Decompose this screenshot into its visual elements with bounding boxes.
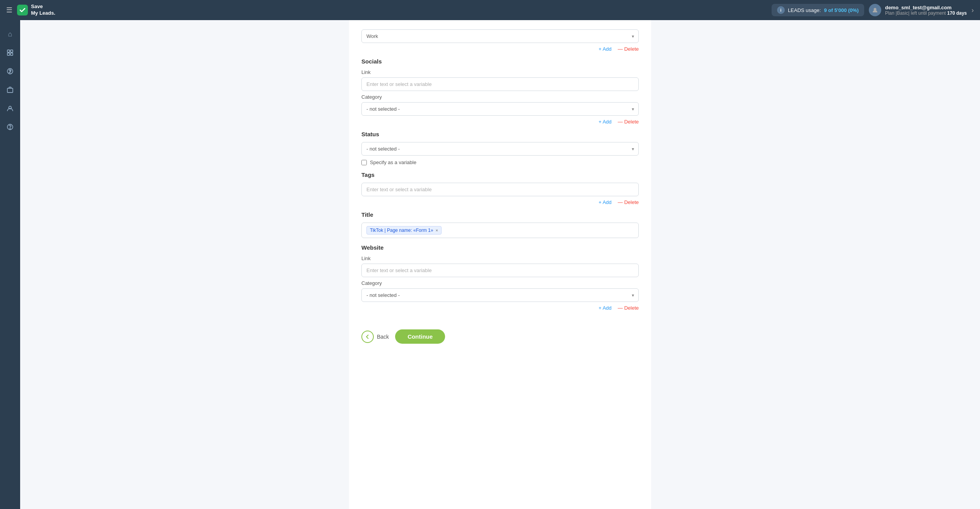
title-group: TikTok | Page name: «Form 1» × [361,223,639,238]
status-group: - not selected - ▾ Specify as a variable [361,142,639,165]
svg-rect-4 [10,53,13,55]
user-email: demo_sml_test@gmail.com [885,5,967,10]
specify-variable-label[interactable]: Specify as a variable [370,159,416,165]
website-add-link[interactable]: + Add [598,305,612,311]
footer-buttons: Back Continue [361,323,639,344]
logo-icon [17,5,28,15]
phone-category-select-wrapper: Work ▾ [361,29,639,43]
main-content: Work ▾ + Add — Delete Socials Link Categ… [20,20,980,509]
back-icon [361,331,374,343]
sidebar: ⌂ [0,20,20,509]
phone-add-link[interactable]: + Add [598,46,612,52]
main-layout: ⌂ Work ▾ [0,20,980,509]
svg-rect-6 [7,88,13,93]
socials-link-input[interactable] [361,77,639,91]
socials-category-group: Category - not selected - ▾ + Add — Dele… [361,94,639,125]
socials-actions: + Add — Delete [361,119,639,125]
socials-add-link[interactable]: + Add [598,119,612,125]
title-token-input[interactable]: TikTok | Page name: «Form 1» × [361,223,639,238]
sidebar-item-work[interactable] [2,82,18,98]
continue-button[interactable]: Continue [395,329,445,344]
tags-delete-link[interactable]: — Delete [618,199,639,205]
website-section-label: Website [361,244,639,251]
phone-category-select[interactable]: Work [361,29,639,43]
website-link-label: Link [361,255,639,261]
sidebar-item-home[interactable]: ⌂ [2,26,18,42]
leads-usage-badge: i LEADS usage: 9 of 5'000 (0%) [772,4,864,16]
back-label: Back [377,334,389,340]
tags-input[interactable] [361,183,639,196]
sidebar-item-billing[interactable] [2,63,18,79]
user-info: demo_sml_test@gmail.com Plan |Basic| lef… [869,4,967,16]
website-category-label: Category [361,280,639,286]
status-section-label: Status [361,131,639,137]
info-icon: i [777,6,785,14]
tags-add-link[interactable]: + Add [598,199,612,205]
socials-category-label: Category [361,94,639,100]
status-select[interactable]: - not selected - [361,142,639,156]
tags-group: + Add — Delete [361,183,639,205]
phone-category-group: Work ▾ + Add — Delete [361,29,639,52]
status-checkbox-row: Specify as a variable [361,159,639,165]
socials-link-label: Link [361,69,639,75]
status-select-wrapper: - not selected - ▾ [361,142,639,156]
user-avatar [869,4,881,16]
sidebar-item-help[interactable] [2,119,18,135]
back-button[interactable]: Back [361,331,389,343]
website-category-select[interactable]: - not selected - [361,288,639,302]
socials-link-group: Link [361,69,639,91]
user-plan: Plan |Basic| left until payment 170 days [885,10,967,16]
website-category-group: Category - not selected - ▾ + Add — Dele… [361,280,639,311]
top-nav: ☰ Save My Leads. i LEADS usage: 9 of 5'0… [0,0,980,20]
specify-variable-checkbox[interactable] [361,160,367,165]
website-link-input[interactable] [361,264,639,277]
title-token-remove[interactable]: × [435,228,438,233]
logo-text: Save My Leads. [31,3,55,17]
socials-delete-link[interactable]: — Delete [618,119,639,125]
tags-actions: + Add — Delete [361,199,639,205]
svg-rect-3 [7,53,10,55]
socials-category-select-wrapper: - not selected - ▾ [361,102,639,116]
title-token: TikTok | Page name: «Form 1» × [366,226,442,235]
svg-rect-1 [7,50,10,52]
logo: Save My Leads. [17,3,55,17]
phone-actions: + Add — Delete [361,46,639,52]
socials-section-label: Socials [361,58,639,65]
leads-usage-label: LEADS usage: [788,7,821,13]
hamburger-menu[interactable]: ☰ [6,6,12,14]
website-link-group: Link [361,255,639,277]
phone-delete-link[interactable]: — Delete [618,46,639,52]
user-details: demo_sml_test@gmail.com Plan |Basic| lef… [885,5,967,16]
website-delete-link[interactable]: — Delete [618,305,639,311]
socials-category-select[interactable]: - not selected - [361,102,639,116]
sidebar-item-profile[interactable] [2,101,18,116]
website-actions: + Add — Delete [361,305,639,311]
expand-button[interactable]: › [971,6,974,14]
website-category-select-wrapper: - not selected - ▾ [361,288,639,302]
tags-section-label: Tags [361,171,639,178]
form-container: Work ▾ + Add — Delete Socials Link Categ… [349,20,651,509]
svg-point-9 [10,129,10,129]
title-token-text: TikTok | Page name: «Form 1» [370,228,433,233]
title-section-label: Title [361,211,639,218]
sidebar-item-dashboard[interactable] [2,45,18,60]
leads-usage-count: 9 of 5'000 (0%) [824,7,859,13]
svg-rect-2 [10,50,13,52]
